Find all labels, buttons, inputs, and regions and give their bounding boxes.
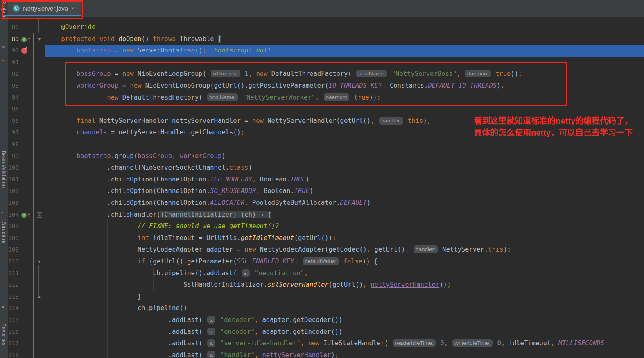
code-text: channels = nettyServerHandler.getChannel… — [46, 127, 244, 138]
fold-marker-up[interactable]: ▴ — [36, 291, 43, 303]
code-line-102: 102 .childOption(ChannelOption.SO_REUSEA… — [0, 185, 644, 197]
code-line-104: 104I↑+ .childHandler((ChannelInitializer… — [0, 209, 644, 221]
stripe-item-bean-validation[interactable]: Bean Validation — [1, 151, 7, 188]
param-hint: handler: — [379, 117, 403, 125]
stripe-item-structure[interactable]: Structure — [1, 222, 7, 244]
up-arrow-icon: ↑ — [27, 212, 32, 218]
code-line-110: 110▾ if (getUrl().getParameter(SSL_ENABL… — [0, 256, 644, 267]
implements-icon: I — [21, 37, 27, 42]
code-line-117: 117 .addLast( s: "server-idle-handler", … — [0, 338, 644, 349]
code-text: .childOption(ChannelOption.SO_REUSEADDR,… — [46, 185, 313, 197]
fold-marker-pbox[interactable]: + — [36, 209, 43, 221]
param-hint: s: — [207, 316, 216, 324]
implements-icon: I — [21, 213, 27, 218]
code-line-88: 88 @Override — [0, 21, 644, 33]
up-arrow-icon: ↑ — [27, 36, 32, 43]
param-hint: s: — [242, 269, 250, 277]
code-line-99: 99 bootstrap.group(bossGroup, workerGrou… — [0, 150, 644, 162]
param-hint: handler: — [414, 245, 438, 253]
code-text: ch.pipeline().addLast( s: "negotiation", — [46, 267, 308, 279]
stripe-item-favorites[interactable]: Favorites — [1, 324, 7, 346]
code-text: .childOption(ChannelOption.ALLOCATOR, Po… — [46, 197, 371, 209]
stripe-icon[interactable]: ▪ — [2, 304, 5, 308]
annotation-note-line1: 看到这里就知道标准的netty的编程代码了， — [474, 115, 633, 127]
code-line-114: 114 ch.pipeline() — [0, 302, 644, 314]
param-hint: s: — [207, 339, 216, 347]
code-line-89: 89I↑▾ protected void doOpen() throws Thr… — [0, 33, 644, 45]
code-text: if (getUrl().getParameter(SSL_ENABLED_KE… — [46, 256, 377, 267]
annotation-note: 看到这里就知道标准的netty的编程代码了， 具体的怎么使用netty，可以自己… — [474, 115, 633, 138]
code-line-103: 103 .childOption(ChannelOption.ALLOCATOR… — [0, 197, 644, 209]
override-method-icon[interactable]: I↑ — [21, 211, 32, 218]
code-line-116: 116 .addLast( s: "encoder", adapter.getE… — [0, 326, 644, 338]
code-line-112: 112 SslHandlerInitializer.sslServerHandl… — [0, 279, 644, 291]
tool-window-stripe: ProjectBean ValidationStructureFavorites… — [0, 0, 8, 358]
code-line-113: 113▴ } — [0, 291, 644, 303]
param-hint: defaultValue: — [303, 257, 339, 265]
code-line-107: 107 // FIXME: should we use getTimeout()… — [0, 220, 644, 232]
code-text: .addLast( s: "server-idle-handler", new … — [46, 338, 604, 349]
code-text: // FIXME: should we use getTimeout()? — [46, 220, 279, 232]
annotation-box-tab — [2, 0, 83, 19]
code-text: int idleTimeout = UrlUtils.getIdleTimeou… — [46, 232, 336, 244]
code-text: bootstrap.group(bossGroup, workerGroup) — [46, 150, 226, 162]
code-line-98: 98 — [0, 138, 644, 150]
code-text: .childHandler((ChannelInitializer) (ch) … — [46, 209, 271, 221]
param-hint: s: — [207, 328, 216, 335]
code-line-109: 109 NettyCodecAdapter adapter = new Nett… — [0, 244, 644, 256]
code-text: bootstrap = new ServerBootstrap(); boots… — [46, 45, 271, 57]
stripe-icon[interactable]: ▫ — [2, 59, 5, 63]
code-line-101: 101 .childOption(ChannelOption.TCP_NODEL… — [0, 174, 644, 186]
annotation-note-line2: 具体的怎么使用netty，可以自己去学习一下 — [474, 127, 633, 139]
code-text: ch.pipeline() — [46, 302, 187, 314]
code-line-118: 118 .addLast( s: "handler", nettyServerH… — [0, 349, 644, 358]
code-text: protected void doOpen() throws Throwable… — [46, 33, 221, 45]
code-text: .childOption(ChannelOption.TCP_NODELAY, … — [46, 174, 310, 186]
param-hint: writerIdleTime: — [452, 339, 493, 347]
code-text: } — [46, 291, 141, 303]
code-line-111: 111 ch.pipeline().addLast( s: "negotiati… — [0, 267, 644, 279]
code-line-90: 90✓ bootstrap = new ServerBootstrap(); b… — [0, 45, 644, 57]
stripe-icon[interactable]: ▸ — [2, 210, 4, 215]
editor-tab-bar: C NettyServer.java × — [8, 0, 644, 17]
code-line-115: 115 .addLast( s: "decoder", adapter.getD… — [0, 314, 644, 326]
code-text: final NettyServerHandler nettyServerHand… — [46, 115, 431, 127]
code-text: @Override — [46, 21, 95, 33]
breakpoint-verified-check-icon: ✓ — [24, 46, 27, 51]
breakpoint-icon[interactable]: ✓ — [21, 47, 28, 54]
code-line-108: 108 int idleTimeout = UrlUtils.getIdleTi… — [0, 232, 644, 244]
code-line-100: 100 .channel(NioServerSocketChannel.clas… — [0, 162, 644, 174]
code-text: SslHandlerInitializer.sslServerHandler(g… — [46, 279, 451, 291]
code-text: .channel(NioServerSocketChannel.class) — [46, 162, 252, 174]
code-text: .addLast( s: "encoder", adapter.getEncod… — [46, 326, 342, 338]
code-text: .addLast( s: "decoder", adapter.getDecod… — [46, 314, 342, 326]
param-hint: readerIdleTime: — [393, 339, 436, 347]
override-method-icon[interactable]: I↑ — [21, 35, 32, 43]
stripe-icon[interactable]: ▤ — [2, 44, 5, 49]
code-text: .addLast( s: "handler", nettyServerHandl… — [46, 349, 339, 358]
fold-marker-down[interactable]: ▾ — [36, 256, 43, 267]
param-hint: s: — [207, 351, 216, 358]
annotation-box-code — [65, 62, 567, 106]
code-text: NettyCodecAdapter adapter = new NettyCod… — [46, 244, 511, 256]
fold-marker-down[interactable]: ▾ — [36, 33, 43, 45]
